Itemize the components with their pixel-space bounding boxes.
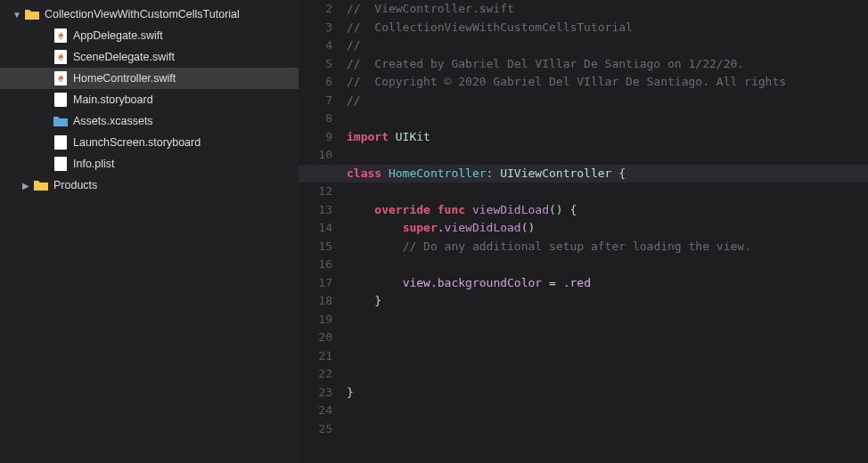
file-row[interactable]: Assets.xcassets (0, 110, 299, 132)
code-line[interactable] (343, 146, 868, 165)
storyboard-file-icon (53, 93, 68, 107)
code-line[interactable] (343, 402, 868, 420)
code-line[interactable] (343, 311, 868, 329)
svg-rect-10 (57, 160, 64, 162)
code-line[interactable] (343, 110, 868, 128)
line-number: 17 (299, 274, 332, 293)
file-row[interactable]: AppDelegate.swift (0, 25, 299, 46)
file-label: Main.storyboard (73, 93, 153, 106)
file-row[interactable]: Info.plist (0, 153, 299, 175)
file-row[interactable]: Main.storyboard (0, 89, 299, 110)
line-number: 4 (299, 37, 332, 55)
line-number: 2 (299, 0, 332, 19)
code-line[interactable]: // Do any additional setup after loading… (343, 238, 868, 256)
line-number: 14 (299, 219, 332, 238)
line-number: 10 (299, 146, 332, 165)
file-row[interactable]: HomeController.swift (0, 68, 299, 89)
file-label: LaunchScreen.storyboard (73, 136, 201, 149)
svg-rect-8 (59, 145, 62, 147)
file-label: HomeController.swift (73, 72, 176, 85)
code-line[interactable] (343, 420, 868, 439)
file-label: SceneDelegate.swift (73, 51, 175, 63)
code-content[interactable]: // ViewController.swift// CollectionView… (343, 0, 868, 438)
svg-rect-11 (57, 163, 64, 165)
storyboard-file-icon (53, 135, 68, 150)
svg-rect-7 (57, 139, 64, 143)
code-editor[interactable]: 2345678910111213141516171819202122232425… (299, 0, 868, 463)
line-number: 16 (299, 256, 332, 274)
code-line[interactable] (343, 347, 868, 366)
svg-rect-12 (57, 166, 61, 167)
folder-row-root[interactable]: ▼ CollectionViewWithCustomCellsTutorial (0, 4, 299, 25)
line-number: 13 (299, 201, 332, 220)
svg-rect-5 (59, 102, 62, 104)
swift-file-icon (53, 28, 68, 43)
line-number: 24 (299, 402, 332, 420)
chevron-right-icon[interactable]: ▶ (21, 181, 30, 190)
chevron-down-icon[interactable]: ▼ (12, 10, 21, 19)
code-line[interactable]: // CollectionViewWithCustomCellsTutorial (343, 19, 868, 37)
line-number: 5 (299, 55, 332, 74)
line-number: 3 (299, 19, 332, 37)
line-number: 18 (299, 292, 332, 311)
line-number: 21 (299, 347, 332, 366)
line-number-gutter: 2345678910111213141516171819202122232425 (299, 0, 343, 438)
line-number: 22 (299, 365, 332, 384)
line-number: 12 (299, 183, 332, 201)
folder-row-products[interactable]: ▶ Products (0, 175, 299, 196)
folder-label: CollectionViewWithCustomCellsTutorial (45, 8, 240, 20)
line-number: 9 (299, 128, 332, 147)
folder-icon (25, 7, 39, 21)
code-line[interactable]: } (343, 292, 868, 311)
svg-rect-4 (57, 96, 64, 101)
code-line[interactable]: // (343, 37, 868, 55)
code-line[interactable]: view.backgroundColor = .red (343, 274, 868, 293)
code-line[interactable]: override func viewDidLoad() { (343, 201, 868, 220)
file-label: AppDelegate.swift (73, 29, 163, 42)
line-number: 15 (299, 238, 332, 256)
swift-file-icon (53, 71, 68, 85)
file-navigator[interactable]: ▼ CollectionViewWithCustomCellsTutorial … (0, 0, 299, 463)
line-number: 19 (299, 311, 332, 329)
code-line[interactable] (343, 183, 868, 201)
code-line[interactable]: // (343, 92, 868, 110)
file-label: Info.plist (73, 158, 115, 170)
swift-file-icon (53, 50, 68, 64)
line-number: 23 (299, 384, 332, 402)
file-label: Assets.xcassets (73, 115, 153, 127)
folder-label: Products (53, 179, 97, 191)
code-line[interactable]: // ViewController.swift (343, 0, 868, 19)
code-line[interactable]: super.viewDidLoad() (343, 219, 868, 238)
code-line[interactable] (343, 256, 868, 274)
code-line[interactable] (343, 329, 868, 347)
code-line[interactable] (343, 365, 868, 384)
code-line[interactable]: // Copyright © 2020 Gabriel Del VIllar D… (343, 73, 868, 92)
line-number: 20 (299, 329, 332, 347)
code-line[interactable]: // Created by Gabriel Del VIllar De Sant… (343, 55, 868, 74)
assets-file-icon (53, 114, 68, 128)
file-row[interactable]: SceneDelegate.swift (0, 46, 299, 68)
code-line[interactable]: import UIKit (343, 128, 868, 147)
line-number: 25 (299, 420, 332, 439)
line-number: 8 (299, 110, 332, 128)
code-line[interactable]: class HomeController: UIViewController { (299, 165, 868, 183)
plist-file-icon (53, 157, 68, 171)
line-number: 6 (299, 73, 332, 92)
line-number: 7 (299, 92, 332, 110)
file-row[interactable]: LaunchScreen.storyboard (0, 132, 299, 153)
folder-icon (34, 178, 48, 192)
code-line[interactable]: } (343, 384, 868, 402)
